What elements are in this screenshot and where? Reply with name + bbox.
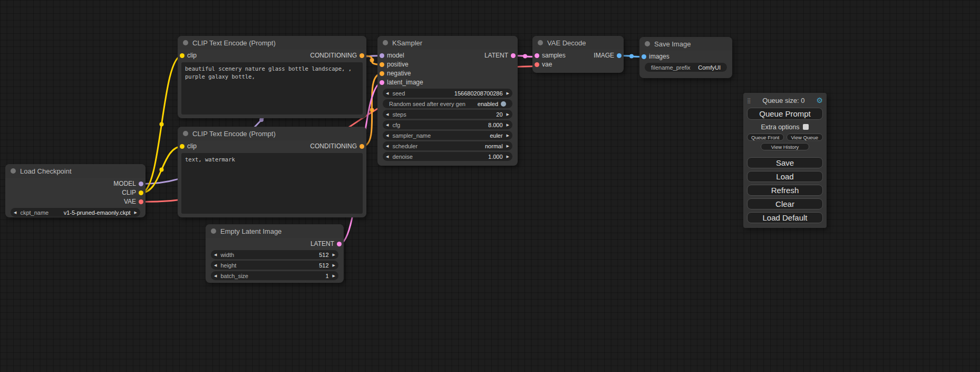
increment-arrow-icon[interactable]: ▶ [507, 120, 509, 129]
widget-steps[interactable]: ◀ steps 20 ▶ [383, 110, 512, 119]
decrement-arrow-icon[interactable]: ◀ [386, 152, 389, 161]
node-ksampler[interactable]: KSampler model LATENT positive negative … [377, 36, 518, 166]
widget-value: 20 [496, 111, 502, 118]
next-value-arrow-icon[interactable]: ▶ [134, 208, 137, 217]
input-slot-positive[interactable] [380, 62, 384, 67]
input-slot-latent-image[interactable] [380, 80, 384, 85]
widget-width[interactable]: ◀ width 512 ▶ [211, 250, 338, 259]
node-title-bar[interactable]: VAE Decode [532, 36, 624, 50]
link-midpoint-dot [370, 58, 374, 62]
collapse-dot-icon[interactable] [645, 41, 650, 46]
settings-gear-icon[interactable]: ⚙ [816, 97, 823, 104]
decrement-arrow-icon[interactable]: ◀ [214, 250, 217, 259]
widget-label: scheduler [392, 143, 418, 149]
node-title-bar[interactable]: KSampler [377, 36, 518, 50]
decrement-arrow-icon[interactable]: ◀ [386, 89, 389, 98]
output-slot-conditioning[interactable] [360, 53, 364, 58]
increment-arrow-icon[interactable]: ▶ [333, 261, 335, 270]
increment-arrow-icon[interactable]: ▶ [507, 89, 509, 98]
queue-prompt-button[interactable]: Queue Prompt [747, 108, 823, 120]
widget-scheduler[interactable]: ◀ scheduler normal ▶ [383, 141, 512, 150]
extra-options-checkbox[interactable] [803, 124, 809, 130]
output-slot-latent[interactable] [337, 242, 342, 246]
widget-sampler-name[interactable]: ◀ sampler_name euler ▶ [383, 131, 512, 140]
node-clip-text-encode-negative[interactable]: CLIP Text Encode (Prompt) clip CONDITION… [178, 127, 366, 217]
input-slot-samples[interactable] [535, 53, 539, 58]
load-default-button[interactable]: Load Default [747, 212, 823, 223]
clear-button[interactable]: Clear [747, 198, 823, 209]
increment-arrow-icon[interactable]: ▶ [507, 110, 509, 119]
widget-height[interactable]: ◀ height 512 ▶ [211, 261, 338, 270]
slot-row: model LATENT [377, 51, 518, 60]
prompt-textarea[interactable]: text, watermark [181, 153, 363, 214]
output-slot-clip[interactable] [139, 190, 143, 195]
slot-label-images: images [649, 52, 669, 61]
collapse-dot-icon[interactable] [183, 131, 188, 136]
collapse-dot-icon[interactable] [11, 168, 16, 174]
node-save-image[interactable]: Save Image images filename_prefix ComfyU… [639, 37, 732, 78]
collapse-dot-icon[interactable] [211, 228, 216, 234]
collapse-dot-icon[interactable] [383, 40, 388, 45]
increment-arrow-icon[interactable]: ▶ [333, 271, 335, 280]
widget-random-seed-toggle[interactable]: Random seed after every gen enabled [383, 99, 512, 108]
decrement-arrow-icon[interactable]: ◀ [386, 110, 389, 119]
widget-ckpt-name[interactable]: ◀ ckpt_name v1-5-pruned-emaonly.ckpt ▶ [11, 208, 140, 217]
prev-value-arrow-icon[interactable]: ◀ [386, 141, 389, 150]
input-slot-clip[interactable] [180, 53, 185, 58]
widget-denoise[interactable]: ◀ denoise 1.000 ▶ [383, 152, 512, 161]
view-queue-button[interactable]: View Queue [787, 133, 823, 141]
input-slot-vae[interactable] [535, 62, 539, 67]
slot-label-latent: LATENT [484, 51, 508, 60]
node-title-bar[interactable]: Empty Latent Image [206, 224, 344, 238]
decrement-arrow-icon[interactable]: ◀ [386, 120, 389, 129]
view-history-button[interactable]: View History [761, 143, 809, 150]
collapse-dot-icon[interactable] [538, 40, 543, 45]
increment-arrow-icon[interactable]: ▶ [507, 152, 509, 161]
node-title-bar[interactable]: CLIP Text Encode (Prompt) [178, 36, 366, 50]
input-slot-negative[interactable] [380, 71, 384, 76]
collapse-dot-icon[interactable] [183, 40, 188, 45]
widget-batch-size[interactable]: ◀ batch_size 1 ▶ [211, 271, 338, 280]
output-slot-latent[interactable] [511, 53, 516, 58]
node-clip-text-encode-positive[interactable]: CLIP Text Encode (Prompt) clip CONDITION… [178, 36, 366, 118]
node-title-bar[interactable]: CLIP Text Encode (Prompt) [178, 127, 366, 140]
save-button[interactable]: Save [747, 157, 823, 168]
decrement-arrow-icon[interactable]: ◀ [214, 271, 217, 280]
output-slot-image[interactable] [617, 53, 622, 58]
queue-front-button[interactable]: Queue Front [747, 133, 784, 141]
decrement-arrow-icon[interactable]: ◀ [214, 261, 217, 270]
widget-filename-prefix[interactable]: filename_prefix ComfyUI [645, 63, 727, 72]
output-slot-model[interactable] [139, 182, 143, 186]
node-title-bar[interactable]: Save Image [639, 37, 732, 51]
prev-value-arrow-icon[interactable]: ◀ [14, 208, 16, 217]
output-slot-conditioning[interactable] [360, 144, 364, 149]
load-button[interactable]: Load [747, 171, 823, 182]
widget-cfg[interactable]: ◀ cfg 8.000 ▶ [383, 120, 512, 129]
link-clip-to-negative [141, 147, 182, 193]
input-slot-clip[interactable] [180, 144, 185, 149]
link-clip-to-positive [141, 56, 182, 193]
refresh-button[interactable]: Refresh [747, 185, 823, 196]
node-title-bar[interactable]: Load Checkpoint [5, 164, 145, 178]
node-load-checkpoint[interactable]: Load Checkpoint MODEL CLIP VAE ◀ ckpt_na… [5, 164, 145, 217]
increment-arrow-icon[interactable]: ▶ [333, 250, 335, 259]
node-canvas[interactable]: Load Checkpoint MODEL CLIP VAE ◀ ckpt_na… [0, 0, 980, 372]
next-value-arrow-icon[interactable]: ▶ [507, 141, 509, 150]
node-empty-latent-image[interactable]: Empty Latent Image LATENT ◀ width 512 ▶ … [206, 224, 344, 283]
extra-options-label: Extra options [761, 123, 800, 131]
output-slot-vae[interactable] [139, 199, 143, 204]
slot-row: clip CONDITIONING [178, 142, 366, 151]
prev-value-arrow-icon[interactable]: ◀ [386, 131, 389, 140]
queue-buttons-row: Queue Front View Queue [747, 133, 823, 141]
widget-seed[interactable]: ◀ seed 156680208700286 ▶ [383, 89, 512, 98]
node-vae-decode[interactable]: VAE Decode samples IMAGE vae [532, 36, 624, 73]
link-midpoint-dot [370, 108, 374, 112]
input-slot-model[interactable] [380, 53, 384, 58]
input-slot-images[interactable] [642, 54, 646, 59]
prompt-textarea[interactable]: beautiful scenery nature glass bottle la… [181, 62, 363, 115]
drag-handle-icon[interactable]: ⣿ [747, 98, 751, 103]
next-value-arrow-icon[interactable]: ▶ [507, 131, 509, 140]
widget-value: 156680208700286 [454, 90, 503, 97]
toggle-knob[interactable] [501, 101, 506, 107]
node-body: model LATENT positive negative latent_im… [377, 50, 518, 161]
